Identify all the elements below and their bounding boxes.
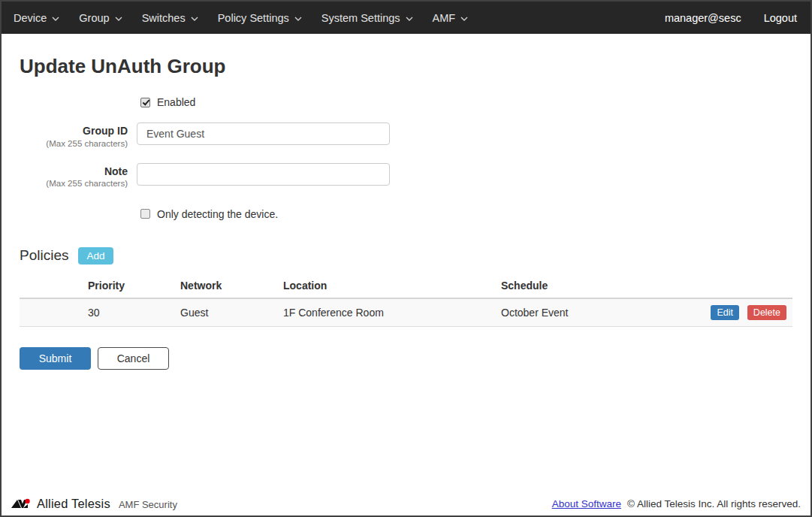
- col-schedule: Schedule: [495, 275, 702, 298]
- chevron-down-icon: [191, 17, 198, 21]
- about-software-link[interactable]: About Software: [552, 498, 621, 509]
- cell-priority: 30: [82, 298, 174, 327]
- nav-item-switches[interactable]: Switches: [132, 12, 208, 24]
- cell-network: Guest: [174, 298, 277, 327]
- col-actions: [702, 275, 792, 298]
- nav-item-label: System Settings: [321, 12, 400, 24]
- group-id-hint: (Max 255 characters): [20, 138, 128, 149]
- cancel-button[interactable]: Cancel: [98, 347, 169, 370]
- submit-button[interactable]: Submit: [20, 347, 91, 370]
- note-input[interactable]: [137, 163, 390, 186]
- cell-location: 1F Conference Room: [277, 298, 495, 327]
- copyright-text: © Allied Telesis Inc. All rights reserve…: [627, 498, 801, 509]
- logged-in-user: manager@sesc: [665, 12, 764, 24]
- nav-item-label: Group: [79, 12, 109, 24]
- nav-item-amf[interactable]: AMF: [423, 12, 478, 24]
- logout-button[interactable]: Logout: [764, 12, 800, 24]
- main-content: Update UnAuth Group Enabled Group ID (Ma…: [2, 55, 810, 370]
- nav-item-device[interactable]: Device: [12, 12, 69, 24]
- note-row: Note (Max 255 characters): [20, 163, 792, 189]
- note-hint: (Max 255 characters): [20, 178, 128, 189]
- policies-table: Priority Network Location Schedule 30 Gu…: [20, 275, 792, 327]
- spacer-cell: [20, 298, 82, 327]
- nav-item-system-settings[interactable]: System Settings: [312, 12, 423, 24]
- chevron-down-icon: [406, 17, 413, 21]
- group-id-input[interactable]: [137, 122, 390, 145]
- detect-only-checkbox-label: Only detecting the device.: [157, 208, 278, 220]
- col-priority: Priority: [82, 275, 174, 298]
- spacer-column: [20, 275, 82, 298]
- nav-item-label: Policy Settings: [218, 12, 289, 24]
- form-actions: Submit Cancel: [20, 347, 792, 370]
- nav-item-policy-settings[interactable]: Policy Settings: [208, 12, 312, 24]
- col-network: Network: [174, 275, 277, 298]
- chevron-down-icon: [294, 17, 302, 21]
- enabled-row: Enabled: [140, 96, 792, 108]
- cell-schedule: October Event: [495, 298, 702, 327]
- product-name: AMF Security: [119, 499, 177, 510]
- edit-policy-button[interactable]: Edit: [711, 305, 739, 320]
- enabled-checkbox-label: Enabled: [157, 96, 195, 108]
- table-header-row: Priority Network Location Schedule: [20, 275, 792, 298]
- policies-heading: Policies: [20, 247, 68, 264]
- delete-policy-button[interactable]: Delete: [747, 305, 786, 320]
- note-label: Note (Max 255 characters): [20, 163, 128, 189]
- allied-telesis-logo-icon: [11, 497, 32, 510]
- nav-item-label: AMF: [433, 12, 456, 24]
- detect-only-checkbox[interactable]: [140, 209, 150, 219]
- policies-header: Policies Add: [20, 247, 792, 265]
- add-policy-button[interactable]: Add: [78, 247, 113, 265]
- group-id-label: Group ID (Max 255 characters): [20, 122, 128, 149]
- table-row: 30 Guest 1F Conference Room October Even…: [20, 298, 792, 327]
- footer: Allied Telesis AMF Security About Softwa…: [2, 491, 810, 515]
- nav-menu: Device Group Switches Policy Settings Sy…: [12, 12, 478, 24]
- brand-name: Allied Telesis: [37, 497, 110, 511]
- nav-item-label: Switches: [142, 12, 186, 24]
- group-id-row: Group ID (Max 255 characters): [20, 122, 792, 149]
- nav-item-label: Device: [14, 12, 47, 24]
- detect-only-row: Only detecting the device.: [140, 208, 792, 220]
- nav-item-group[interactable]: Group: [69, 12, 131, 24]
- chevron-down-icon: [52, 17, 59, 21]
- page-title: Update UnAuth Group: [20, 55, 792, 78]
- top-navbar: Device Group Switches Policy Settings Sy…: [2, 2, 810, 34]
- chevron-down-icon: [460, 17, 468, 21]
- col-location: Location: [277, 275, 495, 298]
- chevron-down-icon: [115, 17, 122, 21]
- cell-actions: Edit Delete: [702, 298, 792, 327]
- enabled-checkbox[interactable]: [140, 98, 150, 107]
